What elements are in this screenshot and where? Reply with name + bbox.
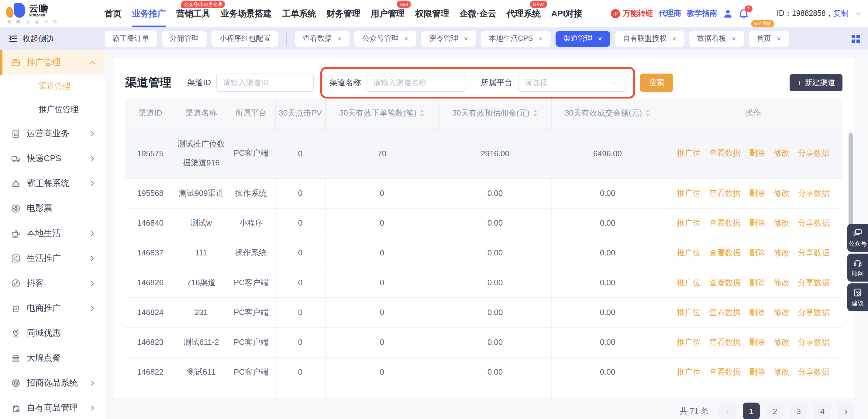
action-删除[interactable]: 删除	[749, 278, 765, 287]
action-查看数据[interactable]: 查看数据	[709, 367, 741, 376]
tab-grid-icon[interactable]	[851, 34, 861, 43]
action-查看数据[interactable]: 查看数据	[709, 218, 741, 227]
tab-密令管理[interactable]: 密令管理×	[421, 31, 476, 47]
tab-close-icon[interactable]: ×	[404, 34, 408, 43]
sidebar-item-快递CPS[interactable]: 快递CPS	[0, 146, 104, 171]
sidebar-item-霸王餐系统[interactable]: 霸王餐系统	[0, 171, 104, 196]
action-分享数据[interactable]: 分享数据	[798, 307, 830, 317]
action-分享数据[interactable]: 分享数据	[798, 248, 830, 257]
tab-close-icon[interactable]: ×	[672, 34, 677, 43]
action-删除[interactable]: 删除	[749, 367, 765, 376]
action-查看数据[interactable]: 查看数据	[709, 278, 741, 287]
action-分享数据[interactable]: 分享数据	[798, 278, 830, 287]
action-删除[interactable]: 删除	[749, 148, 765, 157]
pagination-page-4[interactable]: 4	[814, 402, 831, 419]
sidebar-item-大牌点餐[interactable]: 大牌点餐	[0, 346, 104, 370]
nav-item-5[interactable]: 工单系统	[282, 0, 316, 27]
column-header-30天有效下单笔数(笔)[interactable]: 30天有效下单笔数(笔)	[325, 98, 439, 128]
action-删除[interactable]: 删除	[749, 218, 765, 227]
sidebar-item-自有商品管理[interactable]: 自有商品管理	[0, 395, 104, 419]
pagination-page-3[interactable]: 3	[790, 402, 807, 419]
action-删除[interactable]: 删除	[749, 188, 765, 197]
floating-button-顾问[interactable]: 顾问	[847, 253, 868, 281]
platform-select[interactable]: 请选择	[518, 73, 625, 92]
action-修改[interactable]: 修改	[774, 307, 789, 317]
action-分享数据[interactable]: 分享数据	[798, 188, 830, 197]
action-分享数据[interactable]: 分享数据	[798, 148, 830, 157]
nav-item-2[interactable]: 业务推广	[132, 0, 166, 27]
tab-close-icon[interactable]: ×	[538, 34, 542, 43]
nav-item-3[interactable]: 营销工具公众号/小程序管理	[176, 0, 210, 27]
copy-id-button[interactable]: 复制	[833, 9, 848, 18]
sort-icon[interactable]	[532, 110, 538, 117]
action-推广位[interactable]: 推广位	[677, 307, 701, 317]
action-修改[interactable]: 修改	[774, 337, 789, 346]
action-推广位[interactable]: 推广位	[677, 278, 701, 287]
action-查看数据[interactable]: 查看数据	[709, 188, 741, 197]
pagination-next-button[interactable]: ›	[838, 402, 855, 419]
sidebar-item-电影票[interactable]: 电影票	[0, 196, 104, 221]
action-修改[interactable]: 修改	[774, 218, 789, 227]
action-推广位[interactable]: 推广位	[677, 148, 701, 157]
action-删除[interactable]: 删除	[749, 337, 765, 346]
nav-item-11[interactable]: API对接	[551, 0, 582, 27]
action-查看数据[interactable]: 查看数据	[709, 148, 741, 157]
static-tab-3[interactable]: 小程序红包配置	[212, 31, 278, 47]
guide-link[interactable]: 教学指南	[687, 8, 717, 19]
action-分享数据[interactable]: 分享数据	[798, 367, 830, 376]
tab-close-icon[interactable]: ×	[598, 34, 602, 43]
nav-item-10[interactable]: 代理系统NEW	[507, 0, 541, 27]
tab-渠道管理[interactable]: 渠道管理×	[556, 31, 610, 47]
tab-本地生活CPS[interactable]: 本地生活CPS×	[481, 31, 550, 47]
sort-icon[interactable]	[420, 110, 425, 117]
action-修改[interactable]: 修改	[774, 148, 789, 157]
sidebar-item-抖客[interactable]: 抖客	[0, 271, 104, 296]
action-推广位[interactable]: 推广位	[677, 248, 701, 257]
sidebar-item-推广位管理[interactable]: 推广位管理	[0, 98, 104, 121]
floating-button-公众号[interactable]: 公众号	[847, 224, 868, 252]
nav-item-1[interactable]: 首页	[104, 0, 122, 27]
pagination-page-1[interactable]: 1	[743, 402, 760, 419]
action-推广位[interactable]: 推广位	[677, 337, 701, 346]
action-修改[interactable]: 修改	[774, 278, 789, 287]
person-icon[interactable]	[723, 8, 733, 19]
action-删除[interactable]: 删除	[749, 248, 765, 257]
action-删除[interactable]: 删除	[749, 307, 765, 317]
action-查看数据[interactable]: 查看数据	[709, 307, 741, 317]
nav-item-6[interactable]: 财务管理	[327, 0, 361, 27]
tab-首页[interactable]: 首页×	[749, 31, 789, 47]
sidebar-group-推广管理[interactable]: 推广管理	[0, 50, 104, 75]
search-button[interactable]: 搜索	[640, 73, 673, 92]
bell-icon[interactable]: 2	[739, 8, 749, 19]
collapse-sidebar-button[interactable]: 收起侧边	[0, 33, 104, 44]
tab-查看数据[interactable]: 查看数据×	[295, 31, 349, 47]
channel-id-input[interactable]	[216, 73, 314, 92]
sidebar-item-本地生活[interactable]: 本地生活	[0, 221, 104, 246]
action-查看数据[interactable]: 查看数据	[709, 337, 741, 346]
action-推广位[interactable]: 推广位	[677, 367, 701, 376]
nav-item-7[interactable]: 用户管理556	[371, 0, 405, 27]
action-推广位[interactable]: 推广位	[677, 218, 701, 227]
nav-item-4[interactable]: 业务场景搭建	[221, 0, 272, 27]
sidebar-item-同城优惠[interactable]: 同城优惠	[0, 321, 104, 346]
sort-icon[interactable]	[645, 110, 650, 117]
sidebar-item-电商推广[interactable]: 电商推广	[0, 296, 104, 321]
create-channel-button[interactable]: + 新建渠道	[789, 74, 842, 91]
channel-name-input[interactable]	[367, 73, 466, 92]
universal-link[interactable]: 万能转链	[611, 8, 653, 19]
nav-item-9[interactable]: 企微·企云	[460, 0, 496, 27]
static-tab-1[interactable]: 霸王餐订单	[104, 31, 157, 47]
action-修改[interactable]: 修改	[774, 188, 789, 197]
tab-close-icon[interactable]: ×	[337, 34, 342, 43]
chevron-down-icon[interactable]	[855, 10, 862, 17]
sidebar-item-招商选品系统[interactable]: 招商选品系统	[0, 370, 104, 395]
column-header-30天有效预估佣金(元)[interactable]: 30天有效预估佣金(元)	[439, 98, 551, 128]
sidebar-item-生活推广[interactable]: 生活推广	[0, 246, 104, 271]
tab-close-icon[interactable]: ×	[777, 34, 781, 43]
action-分享数据[interactable]: 分享数据	[798, 218, 830, 227]
sidebar-item-渠道管理[interactable]: 渠道管理	[0, 75, 104, 98]
action-修改[interactable]: 修改	[774, 367, 789, 376]
tab-自有联盟授权[interactable]: 自有联盟授权×	[615, 31, 684, 47]
column-header-30天有效成交金额(元)[interactable]: 30天有效成交金额(元)	[551, 98, 664, 128]
avatar[interactable]: v3企业版	[754, 5, 771, 22]
